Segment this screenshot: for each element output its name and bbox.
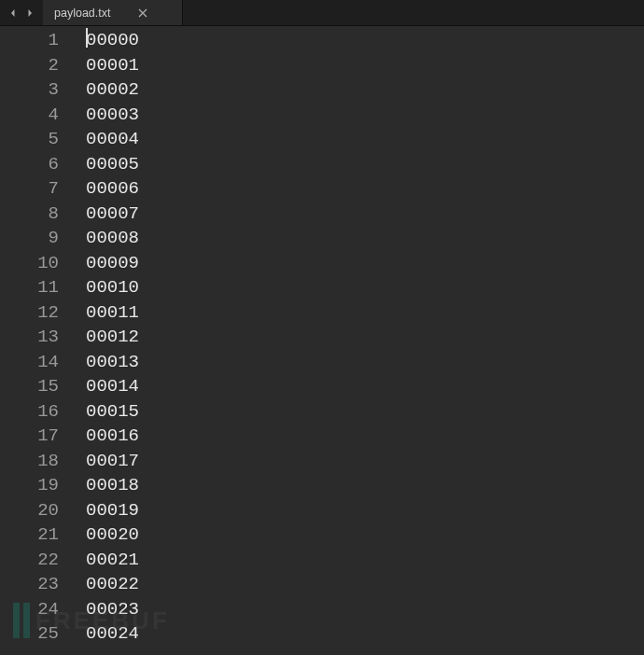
watermark: FREEBUF — [13, 603, 170, 638]
close-icon[interactable] — [136, 7, 149, 20]
line-number-gutter: 1234567891011121314151617181920212223242… — [0, 26, 76, 655]
code-line[interactable]: 00011 — [86, 300, 644, 326]
line-text: 00018 — [86, 475, 139, 495]
text-cursor — [86, 28, 88, 48]
line-number: 20 — [0, 498, 59, 523]
tab-nav-arrows — [0, 0, 43, 25]
line-number: 6 — [0, 152, 59, 177]
line-number: 9 — [0, 226, 59, 251]
line-text: 00010 — [86, 277, 139, 298]
code-line[interactable]: 00002 — [86, 77, 644, 103]
line-number: 16 — [0, 399, 59, 425]
line-text: 00004 — [86, 129, 139, 149]
line-text: 00016 — [86, 425, 139, 446]
line-number: 18 — [0, 449, 59, 474]
editor-area[interactable]: 1234567891011121314151617181920212223242… — [0, 26, 644, 655]
tab-prev-icon[interactable] — [6, 6, 21, 21]
line-text: 00019 — [86, 500, 139, 521]
line-number: 12 — [0, 300, 59, 326]
line-text: 00022 — [86, 574, 139, 594]
line-text: 00009 — [86, 253, 139, 273]
line-text: 00021 — [86, 550, 139, 570]
line-text: 00003 — [86, 105, 139, 125]
watermark-text: FREEBUF — [35, 606, 170, 635]
line-text: 00002 — [86, 79, 139, 100]
line-number: 21 — [0, 523, 59, 548]
line-text: 00006 — [86, 178, 139, 199]
line-number: 15 — [0, 374, 59, 399]
line-text: 00005 — [86, 154, 139, 174]
line-text: 00012 — [86, 327, 139, 347]
editor-content[interactable]: 0000000001000020000300004000050000600007… — [76, 26, 644, 655]
code-line[interactable]: 00010 — [86, 275, 644, 300]
code-line[interactable]: 00012 — [86, 325, 644, 350]
line-text: 00007 — [86, 203, 139, 224]
line-number: 3 — [0, 77, 59, 103]
code-line[interactable]: 00013 — [86, 350, 644, 375]
line-text: 00001 — [86, 55, 139, 76]
code-line[interactable]: 00001 — [86, 53, 644, 78]
code-line[interactable]: 00009 — [86, 251, 644, 276]
code-line[interactable]: 00015 — [86, 399, 644, 425]
line-number: 13 — [0, 325, 59, 350]
watermark-bars-icon — [13, 603, 30, 638]
line-text: 00008 — [86, 228, 139, 248]
code-line[interactable]: 00000 — [86, 28, 644, 53]
code-line[interactable]: 00022 — [86, 572, 644, 597]
code-line[interactable]: 00016 — [86, 424, 644, 449]
line-number: 22 — [0, 548, 59, 573]
line-number: 7 — [0, 176, 59, 202]
code-line[interactable]: 00007 — [86, 202, 644, 227]
file-tab[interactable]: payload.txt — [43, 0, 183, 25]
code-line[interactable]: 00005 — [86, 152, 644, 177]
line-text: 00014 — [86, 376, 139, 397]
line-text: 00000 — [86, 30, 139, 50]
code-line[interactable]: 00003 — [86, 103, 644, 128]
line-number: 8 — [0, 202, 59, 227]
line-number: 5 — [0, 127, 59, 152]
code-line[interactable]: 00020 — [86, 523, 644, 548]
code-line[interactable]: 00017 — [86, 449, 644, 474]
line-number: 1 — [0, 28, 59, 53]
line-text: 00013 — [86, 352, 139, 372]
line-number: 4 — [0, 103, 59, 128]
code-line[interactable]: 00018 — [86, 473, 644, 498]
line-text: 00011 — [86, 302, 139, 323]
tab-title: payload.txt — [54, 7, 110, 20]
code-line[interactable]: 00019 — [86, 498, 644, 523]
code-line[interactable]: 00006 — [86, 176, 644, 202]
tab-next-icon[interactable] — [22, 6, 37, 21]
code-line[interactable]: 00021 — [86, 548, 644, 573]
tab-bar: payload.txt — [0, 0, 644, 26]
line-number: 23 — [0, 572, 59, 597]
code-line[interactable]: 00014 — [86, 374, 644, 399]
line-number: 10 — [0, 251, 59, 276]
line-number: 19 — [0, 473, 59, 498]
line-text: 00020 — [86, 524, 139, 545]
line-text: 00015 — [86, 401, 139, 422]
line-number: 17 — [0, 424, 59, 449]
line-number: 2 — [0, 53, 59, 78]
line-number: 11 — [0, 275, 59, 300]
code-line[interactable]: 00004 — [86, 127, 644, 152]
code-line[interactable]: 00008 — [86, 226, 644, 251]
line-number: 14 — [0, 350, 59, 375]
line-text: 00017 — [86, 451, 139, 471]
